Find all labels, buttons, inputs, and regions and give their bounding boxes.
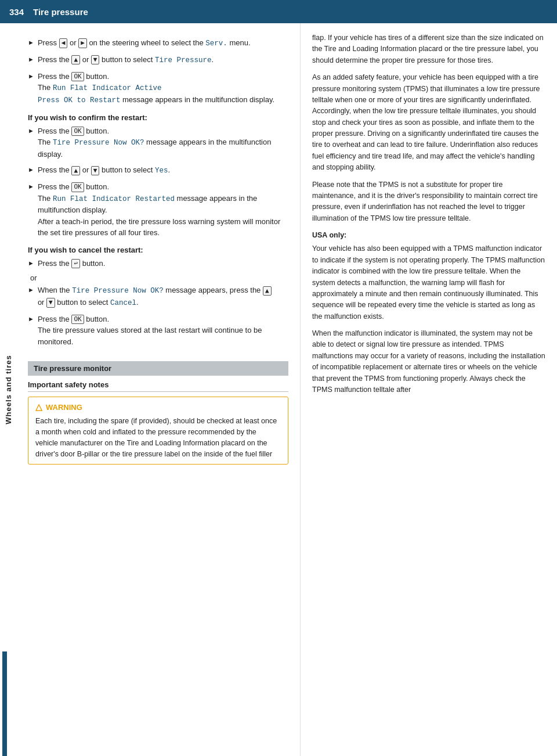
warning-title: △ WARNING — [35, 402, 281, 412]
left-arrow-button-icon: ◀ — [59, 38, 68, 48]
down-arrow-button-icon: ▼ — [91, 166, 100, 175]
tire-pressure-now-ok-label2: Tire Pressure Now OK? — [72, 287, 164, 295]
right-para-3: Please note that the TPMS is not a subst… — [312, 179, 545, 225]
right-para-2: As an added safety feature, your vehicle… — [312, 72, 545, 173]
right-column: flap. If your vehicle has tires of a dif… — [301, 23, 557, 756]
tpm-subheader: Important safety notes — [28, 376, 288, 392]
bullet-arrow-icon: ► — [28, 182, 34, 192]
page-title: Tire pressure — [33, 7, 88, 17]
back-button-icon: ↩ — [71, 259, 80, 268]
bullet-content: Press the OK button. The Run Flat Indica… — [38, 71, 288, 106]
bullet-content: When the Tire Pressure Now OK? message a… — [38, 285, 288, 309]
ok-button-icon: OK — [71, 182, 84, 192]
bullet-arrow-icon: ► — [28, 126, 34, 136]
list-item: ► When the Tire Pressure Now OK? message… — [28, 285, 288, 309]
list-item: ► Press the OK button. The tire pressure… — [28, 314, 288, 348]
list-item: ► Press the ▲ or ▼ button to select Yes. — [28, 164, 288, 177]
bullet-content: Press the OK button. The tire pressure v… — [38, 314, 288, 348]
bullet-content: Press the OK button. The Tire Pressure N… — [38, 125, 288, 160]
bullet-content: Press the OK button. The Run Flat Indica… — [38, 181, 288, 239]
up-arrow-button-icon: ▲ — [263, 286, 272, 296]
or-text: or — [30, 273, 288, 282]
list-item: ► Press the ▲ or ▼ button to select Tire… — [28, 54, 288, 66]
serv-menu-label: Serv. — [205, 39, 227, 48]
confirm-section-header: If you wish to confirm the restart: — [28, 113, 288, 122]
bullet-arrow-icon: ► — [28, 71, 34, 81]
warning-text: Each tire, including the spare (if provi… — [35, 416, 281, 459]
right-arrow-button-icon: ▶ — [78, 38, 87, 48]
down-arrow-button-icon: ▼ — [91, 55, 100, 64]
run-flat-indicator-label: Run Flat Indicator ActivePress OK to Res… — [38, 84, 162, 105]
yes-label: Yes — [155, 167, 168, 175]
bullet-arrow-icon: ► — [28, 55, 34, 64]
bullet-arrow-icon: ► — [28, 38, 34, 48]
warning-label: WARNING — [46, 403, 82, 412]
ok-button-icon: OK — [71, 127, 84, 136]
list-item: ► Press the ↩ button. — [28, 258, 288, 269]
bullet-arrow-icon: ► — [28, 258, 34, 268]
bullet-content: Press the ↩ button. — [38, 258, 288, 269]
sidebar-bar — [2, 651, 7, 756]
right-para-1: flap. If your vehicle has tires of a dif… — [312, 33, 545, 66]
list-item: ► Press the OK button. The Tire Pressure… — [28, 125, 288, 160]
bullet-content: Press the ▲ or ▼ button to select Yes. — [38, 164, 288, 177]
up-arrow-button-icon: ▲ — [71, 55, 80, 64]
bullet-content: Press ◀ or ▶ on the steering wheel to se… — [38, 37, 288, 49]
bullet-arrow-icon: ► — [28, 314, 34, 324]
cancel-label: Cancel — [110, 299, 136, 307]
tpm-header: Tire pressure monitor — [28, 361, 288, 376]
bullet-arrow-icon: ► — [28, 165, 34, 175]
usa-label: USA only: — [312, 230, 545, 241]
cancel-section-header: If you wish to cancel the restart: — [28, 246, 288, 254]
list-item: ► Press ◀ or ▶ on the steering wheel to … — [28, 37, 288, 49]
run-flat-indicator-restarted-label: Run Flat Indicator Restarted — [53, 195, 175, 203]
list-item: ► Press the OK button. The Run Flat Indi… — [28, 181, 288, 239]
up-arrow-button-icon: ▲ — [71, 166, 80, 175]
tire-pressure-label: Tire Pressure — [155, 56, 212, 64]
list-item: ► Press the OK button. The Run Flat Indi… — [28, 71, 288, 106]
page-header: 334 Tire pressure — [0, 0, 557, 23]
tire-pressure-now-ok-label: Tire Pressure Now OK? — [53, 139, 144, 147]
ok-button-icon: OK — [71, 315, 84, 324]
bullet-arrow-icon: ► — [28, 285, 34, 295]
warning-box: △ WARNING Each tire, including the spare… — [28, 397, 288, 465]
right-para-6: When the malfunction indicator is illumi… — [312, 328, 545, 395]
bullet-content: Press the ▲ or ▼ button to select Tire P… — [38, 54, 288, 66]
down-arrow-button-icon: ▼ — [46, 298, 55, 307]
sidebar-label: Wheels and tires — [4, 355, 13, 424]
tpm-section: Tire pressure monitor Important safety n… — [28, 361, 288, 465]
page-number: 334 — [9, 7, 24, 17]
sidebar: Wheels and tires — [0, 23, 16, 756]
left-column: ► Press ◀ or ▶ on the steering wheel to … — [16, 23, 301, 756]
warning-triangle-icon: △ — [35, 402, 42, 412]
ok-button-icon: OK — [71, 72, 84, 81]
right-para-5: Your vehicle has also been equipped with… — [312, 243, 545, 322]
